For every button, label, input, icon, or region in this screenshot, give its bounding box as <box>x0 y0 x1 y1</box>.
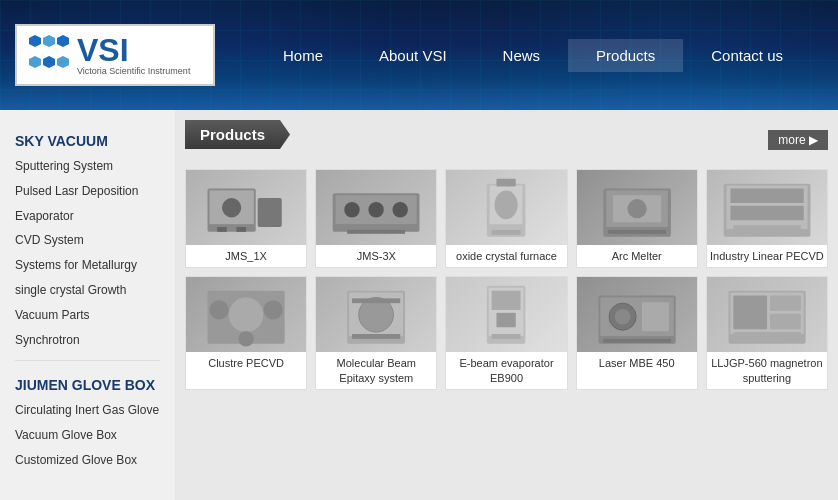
sidebar-item-vacuum-parts[interactable]: Vacuum Parts <box>0 303 175 328</box>
svg-rect-50 <box>733 296 767 330</box>
product-mbe[interactable]: Molecular Beam Epitaxy system <box>315 276 437 390</box>
svg-rect-2 <box>258 198 282 227</box>
product-image-laser <box>577 277 697 352</box>
hex-6 <box>57 56 69 68</box>
logo-brand: VSI <box>77 34 190 66</box>
svg-rect-51 <box>770 296 801 311</box>
product-name-lljgp: LLJGP-560 magnetron sputtering <box>707 352 827 389</box>
product-image-jms3x <box>316 170 436 245</box>
hex-2 <box>43 35 55 47</box>
svg-point-31 <box>238 331 253 346</box>
svg-point-45 <box>615 309 630 324</box>
product-oxide[interactable]: oxide crystal furnace <box>445 169 567 268</box>
logo-text: VSI Victoria Scientific Instrument <box>77 34 190 76</box>
sidebar-section-sky-vacuum: SKY VACUUM <box>0 125 175 154</box>
svg-point-8 <box>344 202 359 217</box>
sidebar-item-evaporator[interactable]: Evaporator <box>0 204 175 229</box>
svg-rect-46 <box>642 302 669 331</box>
svg-point-20 <box>627 199 646 218</box>
svg-rect-5 <box>236 227 246 232</box>
svg-rect-21 <box>608 230 666 234</box>
sidebar-item-vacuum-glove[interactable]: Vacuum Glove Box <box>0 423 175 448</box>
sidebar-item-metallurgy[interactable]: Systems for Metallurgy <box>0 253 175 278</box>
sidebar-item-circulating[interactable]: Circulating Inert Gas Glove <box>0 398 175 423</box>
svg-rect-35 <box>352 298 400 303</box>
svg-rect-16 <box>492 230 521 235</box>
logo-subtitle: Victoria Scientific Instrument <box>77 66 190 76</box>
product-name-laser: Laser MBE 450 <box>596 352 678 374</box>
svg-point-9 <box>369 202 384 217</box>
sidebar-divider <box>15 360 160 361</box>
product-name-mbe: Molecular Beam Epitaxy system <box>316 352 436 389</box>
nav-about[interactable]: About VSI <box>351 39 475 72</box>
sidebar-item-customized-glove[interactable]: Customized Glove Box <box>0 448 175 473</box>
product-name-oxide: oxide crystal furnace <box>453 245 560 267</box>
product-clustre[interactable]: Clustre PECVD <box>185 276 307 390</box>
product-lljgp[interactable]: LLJGP-560 magnetron sputtering <box>706 276 828 390</box>
main-content: SKY VACUUM Sputtering System Pulsed Lasr… <box>0 110 838 500</box>
sidebar-item-pulsed[interactable]: Pulsed Lasr Deposition <box>0 179 175 204</box>
product-image-ebeam <box>446 277 566 352</box>
logo-area: VSI Victoria Scientific Instrument <box>15 24 215 86</box>
sidebar-item-synchrotron[interactable]: Synchrotron <box>0 328 175 353</box>
header: VSI Victoria Scientific Instrument Home … <box>0 0 838 110</box>
product-name-jms1x: JMS_1X <box>222 245 270 267</box>
products-grid: JMS_1X JMS-3X <box>185 169 828 390</box>
product-name-ebeam: E-beam evaporator EB900 <box>446 352 566 389</box>
main-nav: Home About VSI News Products Contact us <box>255 39 811 72</box>
sidebar-item-cvd[interactable]: CVD System <box>0 228 175 253</box>
product-laser[interactable]: Laser MBE 450 <box>576 276 698 390</box>
logo-icon <box>29 35 69 75</box>
nav-home[interactable]: Home <box>255 39 351 72</box>
svg-point-30 <box>263 300 282 319</box>
product-image-jms1x <box>186 170 306 245</box>
svg-rect-40 <box>497 313 516 327</box>
svg-point-29 <box>209 300 228 319</box>
nav-news[interactable]: News <box>475 39 569 72</box>
svg-rect-39 <box>492 291 521 310</box>
svg-rect-47 <box>603 339 671 343</box>
nav-contact[interactable]: Contact us <box>683 39 811 72</box>
svg-point-14 <box>495 190 518 219</box>
product-jms3x[interactable]: JMS-3X <box>315 169 437 268</box>
product-name-arc: Arc Melter <box>609 245 665 267</box>
content-header-row: Products more ▶ <box>185 120 828 159</box>
product-image-clustre <box>186 277 306 352</box>
sidebar-item-crystal[interactable]: single crystal Growth <box>0 278 175 303</box>
svg-rect-26 <box>733 225 801 230</box>
product-jms1x[interactable]: JMS_1X <box>185 169 307 268</box>
nav-products[interactable]: Products <box>568 39 683 72</box>
svg-rect-15 <box>497 179 516 187</box>
svg-rect-24 <box>730 188 803 202</box>
svg-rect-36 <box>352 334 400 339</box>
product-name-clustre: Clustre PECVD <box>205 352 287 374</box>
svg-point-10 <box>393 202 408 217</box>
hex-1 <box>29 35 41 47</box>
svg-point-3 <box>222 198 241 217</box>
product-industry[interactable]: Industry Linear PECVD <box>706 169 828 268</box>
svg-rect-52 <box>770 314 801 329</box>
sidebar-item-sputtering[interactable]: Sputtering System <box>0 154 175 179</box>
svg-rect-4 <box>217 227 227 232</box>
svg-rect-11 <box>347 230 405 234</box>
svg-rect-41 <box>492 334 521 339</box>
sidebar: SKY VACUUM Sputtering System Pulsed Lasr… <box>0 110 175 500</box>
product-arc[interactable]: Arc Melter <box>576 169 698 268</box>
svg-point-28 <box>229 297 264 332</box>
products-content: Products more ▶ JMS_1X <box>175 110 838 500</box>
product-image-arc <box>577 170 697 245</box>
sidebar-section-jiumen: JIUMEN GLOVE BOX <box>0 369 175 398</box>
hex-3 <box>57 35 69 47</box>
products-section-title: Products <box>185 120 290 149</box>
svg-rect-25 <box>730 206 803 220</box>
product-image-oxide <box>446 170 566 245</box>
product-image-mbe <box>316 277 436 352</box>
product-ebeam[interactable]: E-beam evaporator EB900 <box>445 276 567 390</box>
product-name-industry: Industry Linear PECVD <box>707 245 827 267</box>
hex-5 <box>43 56 55 68</box>
svg-rect-53 <box>733 332 801 337</box>
hex-4 <box>29 56 41 68</box>
more-button[interactable]: more ▶ <box>768 130 828 150</box>
product-image-industry <box>707 170 827 245</box>
product-name-jms3x: JMS-3X <box>354 245 399 267</box>
